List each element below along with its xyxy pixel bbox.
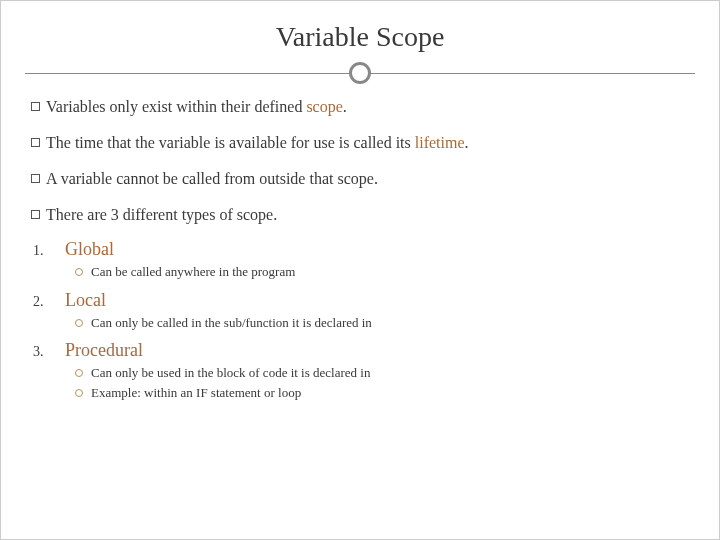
bullet-item: Variables only exist within their define…: [31, 95, 695, 119]
sub-text: Can only be used in the block of code it…: [91, 365, 370, 380]
circle-bullet-icon: [75, 319, 83, 327]
numbered-item: 1. Global Can be called anywhere in the …: [33, 239, 695, 282]
sub-item: Can only be used in the block of code it…: [75, 363, 695, 383]
sub-list: Can only be used in the block of code it…: [33, 363, 695, 402]
number-label: 2.: [33, 290, 61, 310]
sub-item: Can be called anywhere in the program: [75, 262, 695, 282]
bullet-item: There are 3 different types of scope.: [31, 203, 695, 227]
circle-bullet-icon: [75, 369, 83, 377]
square-bullet-icon: [31, 102, 40, 111]
bullet-text-post: .: [343, 98, 347, 115]
bullet-text-pre: There are 3 different types of scope.: [46, 206, 277, 223]
slide: Variable Scope Variables only exist with…: [0, 0, 720, 540]
bullet-text-pre: A variable cannot be called from outside…: [46, 170, 378, 187]
divider-circle-icon: [349, 62, 371, 84]
square-bullet-icon: [31, 210, 40, 219]
sub-text: Can only be called in the sub/function i…: [91, 315, 372, 330]
circle-bullet-icon: [75, 389, 83, 397]
sub-item: Example: within an IF statement or loop: [75, 383, 695, 403]
sub-list: Can be called anywhere in the program: [33, 262, 695, 282]
bullet-list: Variables only exist within their define…: [25, 95, 695, 227]
number-label: 1.: [33, 239, 61, 259]
bullet-accent: lifetime: [415, 134, 465, 151]
bullet-item: A variable cannot be called from outside…: [31, 167, 695, 191]
scope-type-heading: Global: [65, 239, 114, 260]
numbered-item: 2. Local Can only be called in the sub/f…: [33, 290, 695, 333]
numbered-item: 3. Procedural Can only be used in the bl…: [33, 340, 695, 402]
square-bullet-icon: [31, 174, 40, 183]
sub-list: Can only be called in the sub/function i…: [33, 313, 695, 333]
square-bullet-icon: [31, 138, 40, 147]
bullet-text-pre: The time that the variable is available …: [46, 134, 415, 151]
scope-type-heading: Procedural: [65, 340, 143, 361]
bullet-item: The time that the variable is available …: [31, 131, 695, 155]
number-label: 3.: [33, 340, 61, 360]
bullet-accent: scope: [306, 98, 342, 115]
bullet-text-pre: Variables only exist within their define…: [46, 98, 306, 115]
circle-bullet-icon: [75, 268, 83, 276]
scope-type-heading: Local: [65, 290, 106, 311]
divider: [25, 61, 695, 85]
sub-text: Example: within an IF statement or loop: [91, 385, 301, 400]
numbered-list: 1. Global Can be called anywhere in the …: [25, 239, 695, 402]
sub-item: Can only be called in the sub/function i…: [75, 313, 695, 333]
bullet-text-post: .: [465, 134, 469, 151]
page-title: Variable Scope: [25, 21, 695, 53]
sub-text: Can be called anywhere in the program: [91, 264, 295, 279]
